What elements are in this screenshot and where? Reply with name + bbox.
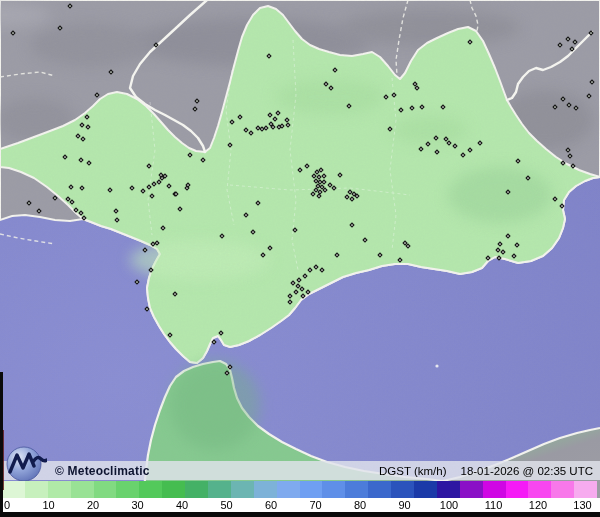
scale-color-block bbox=[162, 481, 185, 498]
scale-color-block bbox=[414, 481, 437, 498]
scale-color-block bbox=[574, 481, 597, 498]
meteoclimatic-logo bbox=[3, 443, 47, 483]
timestamp-label: 18-01-2026 @ 02:35 UTC bbox=[461, 465, 594, 477]
scale-color-block bbox=[71, 481, 94, 498]
scale-color-block bbox=[139, 481, 162, 498]
scale-color-block bbox=[208, 481, 231, 498]
scale-tick-label: 60 bbox=[265, 498, 277, 512]
scale-color-block bbox=[460, 481, 483, 498]
scale-color-block bbox=[2, 481, 25, 498]
scale-tick-labels: 0102030405060708090100110120130 bbox=[0, 498, 600, 512]
meteoclimatic-credit: © Meteoclimatic bbox=[55, 464, 150, 478]
info-bar: © Meteoclimatic DGST (km/h) 18-01-2026 @… bbox=[0, 461, 600, 480]
terrain-texture bbox=[0, 0, 600, 512]
scale-color-block bbox=[437, 481, 460, 498]
scale-color-block bbox=[94, 481, 117, 498]
scale-tick-label: 0 bbox=[4, 498, 10, 512]
scale-color-block bbox=[506, 481, 529, 498]
scale-tick-label: 30 bbox=[131, 498, 143, 512]
scale-tick-label: 70 bbox=[309, 498, 321, 512]
scale-tick-label: 20 bbox=[87, 498, 99, 512]
scale-tick-label: 10 bbox=[42, 498, 54, 512]
scale-color-block bbox=[254, 481, 277, 498]
scale-color-block bbox=[528, 481, 551, 498]
scale-color-block bbox=[116, 481, 139, 498]
left-border-accent bbox=[3, 430, 4, 490]
bottom-border bbox=[0, 512, 600, 517]
scale-color-block bbox=[25, 481, 48, 498]
wind-gust-color-scale bbox=[2, 481, 597, 498]
scale-tick-label: 120 bbox=[529, 498, 547, 512]
scale-color-block bbox=[345, 481, 368, 498]
scale-tick-label: 50 bbox=[220, 498, 232, 512]
scale-tick-label: 110 bbox=[485, 498, 503, 512]
scale-color-block bbox=[231, 481, 254, 498]
scale-color-block bbox=[551, 481, 574, 498]
weather-map-screenshot: © Meteoclimatic DGST (km/h) 18-01-2026 @… bbox=[0, 0, 600, 517]
variable-label: DGST (km/h) bbox=[379, 465, 447, 477]
scale-tick-label: 130 bbox=[573, 498, 591, 512]
scale-color-block bbox=[300, 481, 323, 498]
scale-color-block bbox=[185, 481, 208, 498]
scale-tick-label: 90 bbox=[398, 498, 410, 512]
scale-color-block bbox=[483, 481, 506, 498]
scale-tick-label: 40 bbox=[176, 498, 188, 512]
scale-color-block bbox=[368, 481, 391, 498]
scale-color-block bbox=[391, 481, 414, 498]
scale-color-block bbox=[322, 481, 345, 498]
scale-tick-label: 80 bbox=[354, 498, 366, 512]
scale-tick-label: 100 bbox=[440, 498, 458, 512]
weather-map bbox=[0, 0, 600, 512]
scale-color-block bbox=[48, 481, 71, 498]
scale-color-block bbox=[277, 481, 300, 498]
